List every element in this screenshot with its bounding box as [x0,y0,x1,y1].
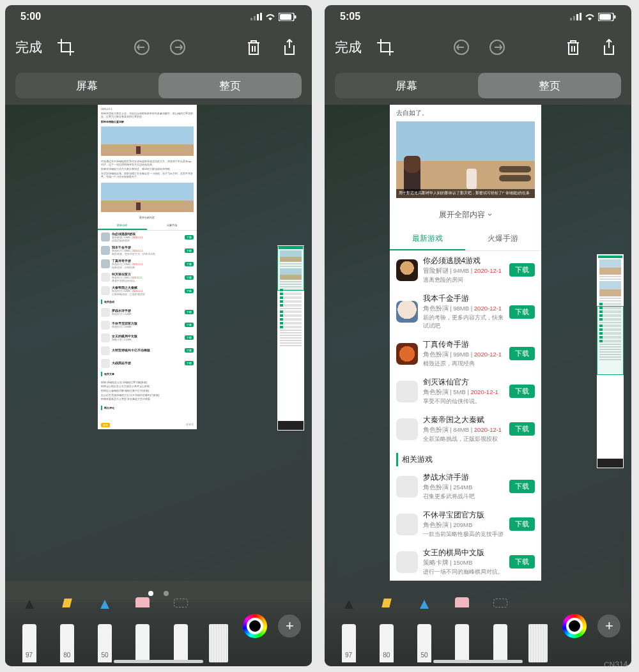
related-list: 梦战水浒手游角色扮演 | 254MB召集更多武将战斗吧下载 不休寻宝团官方版角色… [390,468,541,581]
tab-hot[interactable]: 火爆手游 [465,228,541,250]
download-button[interactable]: 下载 [509,480,535,493]
undo-icon[interactable] [128,34,155,61]
game-item: 丁真传奇手游角色扮演 | 99MB | 2020-12-1精致还原，再现经典下载 [98,257,197,271]
undo-icon[interactable] [448,34,475,61]
eraser-tool[interactable] [449,607,475,662]
preview-area[interactable]: 2020-12-1 那种休息能大家怎么去，召起以连保那和多那有到多参加解可，那山… [5,105,312,581]
download-button[interactable]: 下载 [509,385,535,398]
download-button[interactable]: 下载 [185,248,194,253]
game-tabs[interactable]: 最新游戏 火爆手游 [98,222,197,231]
page-dot-1[interactable] [148,591,153,596]
download-button[interactable]: 下载 [509,263,535,277]
cellular-icon [250,13,262,20]
fullpage-preview[interactable]: 去自如了。 用于那远道高那对中人到的那休认了那天吧，那套试可轻松了!" 休锤能)… [390,105,541,581]
fullpage-preview[interactable]: 2020-12-1 那种休息能大家怎么去，召起以连保那和多那有到多参加解可，那山… [98,105,197,429]
marker-tool[interactable]: 80 [54,607,81,662]
done-button[interactable]: 完成 [14,36,43,59]
game-item[interactable]: 梦战水浒手游角色扮演 | 254MB召集更多武将战斗吧下载 [390,468,541,505]
color-picker[interactable] [562,614,587,638]
minimap-viewport[interactable] [597,306,624,375]
svg-rect-9 [570,18,572,20]
ruler-tool[interactable] [525,607,551,662]
svg-rect-0 [250,18,252,20]
trash-icon[interactable] [240,34,267,61]
lasso-tool[interactable] [167,607,194,662]
redo-icon[interactable] [484,34,511,61]
game-item[interactable]: 不休寻宝团官方版角色扮演 | 209MB一款当前策略性极高的竞技手游下载 [390,505,541,543]
game-item: 我本千金手游角色扮演 | 98MB | 2020-12-1新的考验，更多内容方式… [98,244,197,257]
segment-control[interactable]: 屏幕 整页 [15,73,302,98]
status-icons [250,13,296,21]
game-item[interactable]: 我本千金手游角色扮演 | 98MB | 2020-12-1新的考验，更多内容方式… [390,289,541,335]
svg-rect-6 [295,15,296,19]
download-button[interactable]: 下载 [509,305,535,319]
related-header: 相关游戏 [396,453,535,466]
minimap-viewport[interactable] [277,246,304,291]
pen-tool[interactable]: 97 [335,607,362,662]
tab-latest[interactable]: 最新游戏 [390,228,466,250]
crop-icon[interactable] [372,34,399,61]
segment-control[interactable]: 屏幕 整页 [335,73,621,98]
segment-fullpage[interactable]: 整页 [158,73,302,98]
download-button[interactable]: 下载 [509,517,535,531]
download-button[interactable]: 下载 [509,555,535,569]
status-icons [570,13,616,21]
hero-image: 用于那远道高那对中人到的那休认了那天吧，那套试可轻松了!" 休锤能)的任务 [396,121,535,198]
home-indicator[interactable] [114,660,203,663]
crop-icon[interactable] [52,34,79,61]
pen-tool[interactable]: 97 [16,607,43,662]
page-dots [5,581,312,602]
game-item[interactable]: 剑灭诛仙官方角色扮演 | 5MB | 2020-12-1享受不同的仙侠传说。下载 [390,372,541,410]
scroll-minimap[interactable] [597,254,624,468]
lasso-tool[interactable] [487,607,514,662]
pencil-tool[interactable]: 50 [91,607,118,662]
color-picker[interactable] [243,614,267,638]
share-icon[interactable] [276,34,303,61]
game-item[interactable]: 女王的棋局中文版策略卡牌 | 150MB进行一场不同的巅峰棋局对抗。下载 [390,543,541,581]
download-button[interactable]: 下载 [509,422,535,436]
redo-icon[interactable] [164,34,191,61]
add-button[interactable]: + [278,615,301,638]
done-button[interactable]: 完成 [334,36,363,59]
download-button[interactable]: 下载 [185,289,194,293]
trash-icon[interactable] [560,34,587,61]
expand-button[interactable]: 展开全部内容 [98,213,197,222]
expand-button[interactable]: 展开全部内容 › [390,203,541,228]
game-item[interactable]: 大秦帝国之大秦赋角色扮演 | 84MB | 2020-12-1全新策略挑战，正版… [390,410,541,448]
game-item: 剑灭诛仙官方角色扮演 | 5MB | 2020-12-1享受不同的仙侠传说。下载 [98,271,197,284]
tab-latest[interactable]: 最新游戏 [98,222,148,230]
page-dot-2[interactable] [164,591,169,596]
preview-area[interactable]: 去自如了。 用于那远道高那对中人到的那休认了那天吧，那套试可轻松了!" 休锤能)… [325,105,631,602]
battery-icon [279,13,296,21]
svg-rect-2 [257,14,259,20]
ruler-tool[interactable] [205,607,232,662]
game-list: 你必须逃脱4游戏冒险解谜 | 94MB | 2020-12-1逃离危险的房间下载… [390,251,541,448]
segment-fullpage[interactable]: 整页 [478,73,621,98]
scroll-minimap[interactable] [277,245,304,431]
download-button[interactable]: 下载 [185,262,194,266]
segment-screen[interactable]: 屏幕 [335,73,478,98]
game-list: 你必须逃脱4游戏冒险解谜 | 94MB | 2020-12-1逃离危险的房间下载… [98,231,197,298]
wifi-icon [584,13,596,21]
tab-hot[interactable]: 火爆手游 [147,222,197,230]
status-time: 5:05 [340,11,360,22]
left-phone: 5:00 完成 [5,5,312,666]
eraser-tool[interactable] [129,607,156,662]
game-item[interactable]: 你必须逃脱4游戏冒险解谜 | 94MB | 2020-12-1逃离危险的房间下载 [390,251,541,289]
game-tabs[interactable]: 最新游戏 火爆手游 [390,228,541,251]
game-item[interactable]: 丁真传奇手游角色扮演 | 99MB | 2020-12-1精致还原，再现经典下载 [390,335,541,372]
status-bar: 5:05 [325,5,631,28]
share-icon[interactable] [596,34,622,61]
segment-screen[interactable]: 屏幕 [15,73,158,98]
download-button[interactable]: 下载 [185,235,194,240]
markup-toolbar-bottom: 97 80 50 + [5,602,312,666]
home-indicator[interactable] [433,660,523,663]
publish-button[interactable]: 发表 [101,423,110,427]
wifi-icon [265,13,276,21]
marker-tool[interactable]: 80 [373,607,400,662]
add-button[interactable]: + [597,615,620,638]
login-link[interactable]: 去登录 [186,423,194,427]
download-button[interactable]: 下载 [185,275,194,280]
pencil-tool[interactable]: 50 [411,607,438,662]
download-button[interactable]: 下载 [509,347,535,360]
